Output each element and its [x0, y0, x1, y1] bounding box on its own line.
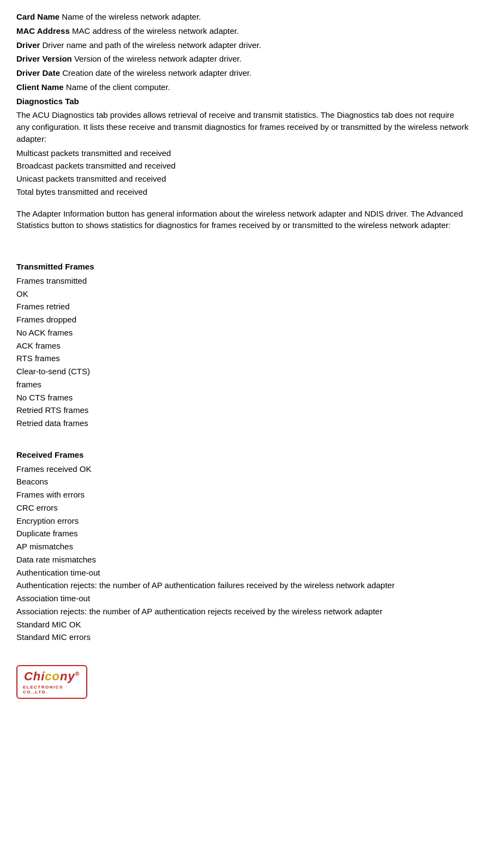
- main-content: Card Name Name of the wireless network a…: [16, 11, 469, 699]
- transmitted-frames-list: Frames transmittedOKFrames retriedFrames…: [16, 275, 469, 429]
- mac-label: MAC Address: [16, 26, 70, 35]
- driver-date-line: Driver Date Creation date of the wireles…: [16, 67, 469, 79]
- client-name-text: Name of the client computer.: [64, 82, 170, 92]
- driver-text: Driver name and path of the wireless net…: [40, 40, 261, 50]
- received-list-item: Duplicate frames: [16, 528, 469, 540]
- transmitted-list-item: Retried data frames: [16, 417, 469, 429]
- mac-text: MAC address of the wireless network adap…: [70, 26, 239, 35]
- transmitted-list-item: Clear-to-send (CTS): [16, 366, 469, 378]
- diagnostics-list-item: Total bytes transmitted and received: [16, 186, 469, 198]
- received-frames-header: Received Frames: [16, 449, 469, 461]
- received-list-item: Data rate mismatches: [16, 554, 469, 566]
- adapter-info: The Adapter Information button has gener…: [16, 208, 469, 232]
- company-logo: Chicony® ELECTRONICS CO.,LTD.: [16, 665, 87, 699]
- diagnostics-list: Multicast packets transmitted and receiv…: [16, 147, 469, 198]
- diagnostics-list-item: Multicast packets transmitted and receiv…: [16, 147, 469, 159]
- spacer-1: [16, 234, 469, 242]
- received-frames-section: Received Frames Frames received OKBeacon…: [16, 449, 469, 643]
- logo-sub-text: ELECTRONICS CO.,LTD.: [23, 685, 81, 695]
- driver-line: Driver Driver name and path of the wirel…: [16, 39, 469, 51]
- transmitted-list-item: Retried RTS frames: [16, 404, 469, 416]
- driver-version-line: Driver Version Version of the wireless n…: [16, 53, 469, 65]
- logo-main-text: Chicony®: [24, 669, 80, 684]
- transmitted-list-item: RTS frames: [16, 352, 469, 364]
- driver-version-label: Driver Version: [16, 54, 72, 63]
- diagnostics-tab-label: Diagnostics Tab: [16, 97, 79, 106]
- spacer-3: [16, 430, 469, 439]
- mac-address-line: MAC Address MAC address of the wireless …: [16, 25, 469, 37]
- received-list-item: Association time-out: [16, 592, 469, 604]
- received-list-item: Authentication time-out: [16, 567, 469, 579]
- transmitted-list-item: Frames transmitted: [16, 275, 469, 287]
- logo-area: Chicony® ELECTRONICS CO.,LTD.: [16, 665, 469, 699]
- received-list-item: Standard MIC errors: [16, 631, 469, 643]
- transmitted-list-item: ACK frames: [16, 340, 469, 352]
- received-frames-list: Frames received OKBeaconsFrames with err…: [16, 463, 469, 644]
- card-name-label: Card Name: [16, 12, 59, 21]
- driver-date-text: Creation date of the wireless network ad…: [60, 68, 252, 77]
- transmitted-list-item: frames: [16, 379, 469, 391]
- transmitted-list-item: Frames retried: [16, 301, 469, 313]
- diagnostics-tab-line: Diagnostics Tab: [16, 95, 469, 107]
- driver-version-text: Version of the wireless network adapter …: [72, 54, 242, 63]
- logo-text-part: Chi: [24, 669, 45, 683]
- client-name-label: Client Name: [16, 82, 64, 92]
- transmitted-frames-header: Transmitted Frames: [16, 261, 469, 273]
- received-list-item: Frames received OK: [16, 463, 469, 475]
- received-list-item: Encryption errors: [16, 515, 469, 527]
- diagnostics-body: The ACU Diagnostics tab provides allows …: [16, 109, 469, 145]
- card-name-line: Card Name Name of the wireless network a…: [16, 11, 469, 23]
- diagnostics-list-item: Broadcast packets transmitted and receiv…: [16, 160, 469, 172]
- received-list-item: Frames with errors: [16, 489, 469, 501]
- logo-text-part2: co: [45, 669, 60, 683]
- transmitted-list-item: OK: [16, 288, 469, 300]
- received-list-item: CRC errors: [16, 502, 469, 514]
- logo-text-part3: ny: [60, 669, 75, 683]
- transmitted-frames-section: Transmitted Frames Frames transmittedOKF…: [16, 261, 469, 429]
- registered-symbol: ®: [75, 671, 80, 677]
- received-list-item: AP mismatches: [16, 541, 469, 553]
- spacer-2: [16, 242, 469, 251]
- card-name-text: Name of the wireless network adapter.: [59, 12, 201, 21]
- transmitted-list-item: No CTS frames: [16, 392, 469, 404]
- transmitted-list-item: Frames dropped: [16, 314, 469, 326]
- client-name-line: Client Name Name of the client computer.: [16, 81, 469, 93]
- driver-label: Driver: [16, 40, 40, 50]
- received-list-item: Association rejects: the number of AP au…: [16, 606, 469, 618]
- transmitted-list-item: No ACK frames: [16, 327, 469, 339]
- driver-date-label: Driver Date: [16, 68, 60, 77]
- received-list-item: Authentication rejects: the number of AP…: [16, 579, 469, 591]
- received-list-item: Standard MIC OK: [16, 619, 469, 631]
- diagnostics-list-item: Unicast packets transmitted and received: [16, 173, 469, 185]
- received-list-item: Beacons: [16, 476, 469, 488]
